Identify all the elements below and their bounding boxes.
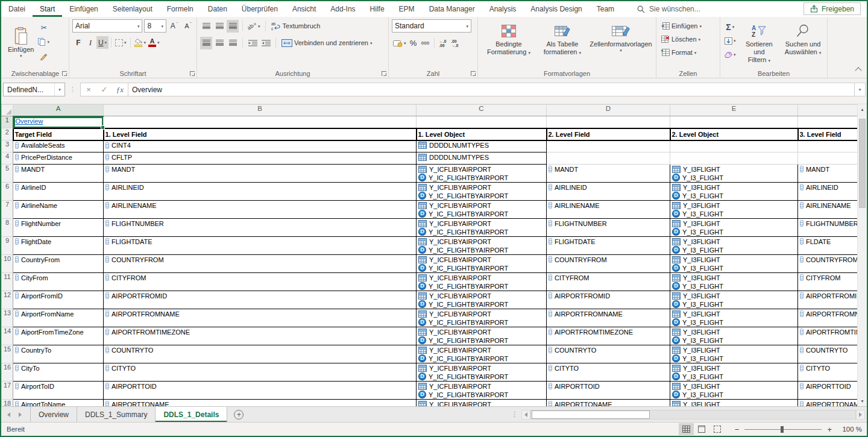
cell-C12[interactable]: Y_ICFLIBYAIRPORTY_IC_FLIGHTBYAIRPORT xyxy=(417,291,547,309)
horizontal-scrollbar[interactable] xyxy=(530,410,856,420)
row-header-1[interactable]: 1 xyxy=(2,116,13,128)
font-size-combo[interactable]: 8▾ xyxy=(144,19,166,33)
cell-C2[interactable]: 1. Level Object xyxy=(417,128,547,140)
cell-F15[interactable]: COUNTRYTO xyxy=(798,345,858,363)
cell-C6[interactable]: Y_ICFLIBYAIRPORTY_IC_FLIGHTBYAIRPORT xyxy=(417,183,547,201)
cell-C8[interactable]: Y_ICFLIBYAIRPORTY_IC_FLIGHTBYAIRPORT xyxy=(417,219,547,237)
cell-D13[interactable]: AIRPORTFROMNAME xyxy=(547,309,670,327)
column-header-E[interactable]: E xyxy=(670,105,798,116)
cell-D12[interactable]: AIRPORTFROMID xyxy=(547,291,670,309)
ribbon-tab-hilfe[interactable]: Hilfe xyxy=(363,1,392,17)
wrap-text-button[interactable]: abc Textumbruch xyxy=(269,19,322,33)
insert-cells-button[interactable]: Einfügen▾ xyxy=(659,19,717,33)
cell-styles-button[interactable]: Zellenformatvorlagen ▾ xyxy=(588,19,653,69)
cell-E7[interactable]: Y_I3FLIGHTY_I3_FLIGHT xyxy=(670,201,798,219)
cell-A9[interactable]: FlightDate xyxy=(13,237,104,255)
scroll-up-arrow[interactable]: ▴ xyxy=(858,105,867,114)
row-header-2[interactable]: 2 xyxy=(2,128,13,140)
cell-B5[interactable]: MANDT xyxy=(104,165,417,183)
cell-E6[interactable]: Y_I3FLIGHTY_I3_FLIGHT xyxy=(670,183,798,201)
horizontal-scroll-thumb[interactable] xyxy=(532,410,650,419)
increase-indent-button[interactable] xyxy=(260,37,272,49)
percent-style-button[interactable]: % xyxy=(407,37,420,49)
cell-C18[interactable]: Y_ICFLIBYAIRPORTY_IC_FLIGHTBYAIRPORT xyxy=(417,400,547,407)
orientation-button[interactable]: ab ▾ xyxy=(247,20,262,33)
cell-C7[interactable]: Y_ICFLIBYAIRPORTY_IC_FLIGHTBYAIRPORT xyxy=(417,201,547,219)
cell-D4[interactable] xyxy=(547,152,670,165)
ribbon-tab-add-ins[interactable]: Add-Ins xyxy=(323,1,362,17)
decrease-indent-button[interactable] xyxy=(247,37,259,49)
cell-C10[interactable]: Y_ICFLIBYAIRPORTY_IC_FLIGHTBYAIRPORT xyxy=(417,255,547,273)
cell-D10[interactable]: COUNTRYFROM xyxy=(547,255,670,273)
cell-E17[interactable]: Y_I3FLIGHTY_I3_FLIGHT xyxy=(670,382,798,400)
cell-B12[interactable]: AIRPORTFROMID xyxy=(104,291,417,309)
cell-D15[interactable]: COUNTRYTO xyxy=(547,345,670,363)
cell-E1[interactable] xyxy=(670,116,798,128)
fill-button[interactable]: ▾ xyxy=(723,34,737,47)
cell-A17[interactable]: AirportToID xyxy=(13,382,104,400)
row-header-10[interactable]: 10 xyxy=(2,255,13,273)
next-sheet-arrow[interactable] xyxy=(19,412,22,417)
cell-B3[interactable]: CINT4 xyxy=(104,140,417,152)
cell-D5[interactable]: MANDT xyxy=(547,165,670,183)
cancel-entry-button[interactable]: × xyxy=(81,83,96,96)
cell-C5[interactable]: Y_ICFLIBYAIRPORTY_IC_FLIGHTBYAIRPORT xyxy=(417,165,547,183)
cell-A8[interactable]: FlightNumber xyxy=(13,219,104,237)
number-format-combo[interactable]: Standard▾ xyxy=(392,19,471,33)
conditional-formatting-button[interactable]: Bedingte Formatierung ▾ xyxy=(481,19,536,69)
cell-B6[interactable]: AIRLINEID xyxy=(104,183,417,201)
cell-F8[interactable]: FLIGHTNUMBER xyxy=(798,219,858,237)
ribbon-tab-seitenlayout[interactable]: Seitenlayout xyxy=(105,1,160,17)
cell-E8[interactable]: Y_I3FLIGHTY_I3_FLIGHT xyxy=(670,219,798,237)
decrease-font-button[interactable]: Aˇ xyxy=(182,20,194,33)
cell-A18[interactable]: AirportToName xyxy=(13,400,104,407)
cell-E2[interactable]: 2. Level Object xyxy=(670,128,798,140)
formula-input[interactable]: Overview xyxy=(128,83,855,96)
cell-F3[interactable] xyxy=(798,140,858,152)
zoom-out-button[interactable]: − xyxy=(735,425,740,434)
borders-button[interactable]: ▾ xyxy=(114,36,128,49)
delete-cells-button[interactable]: Löschen▾ xyxy=(659,33,717,46)
cell-D2[interactable]: 2. Level Field xyxy=(547,128,670,140)
cell-B15[interactable]: COUNTRYTO xyxy=(104,345,417,363)
cell-D7[interactable]: AIRLINENAME xyxy=(547,201,670,219)
align-dialog-launcher[interactable] xyxy=(382,71,386,76)
cell-E13[interactable]: Y_I3FLIGHTY_I3_FLIGHT xyxy=(670,309,798,327)
ribbon-tab--berpr-fen[interactable]: Überprüfen xyxy=(234,1,285,17)
cell-C11[interactable]: Y_ICFLIBYAIRPORTY_IC_FLIGHTBYAIRPORT xyxy=(417,273,547,291)
ribbon-tab-epm[interactable]: EPM xyxy=(392,1,422,17)
cell-F5[interactable]: MANDT xyxy=(798,165,858,183)
cell-B14[interactable]: AIPORTFROMTIMEZONE xyxy=(104,327,417,345)
cell-B17[interactable]: AIRPORTTOID xyxy=(104,382,417,400)
cell-F4[interactable] xyxy=(798,152,858,165)
cell-B11[interactable]: CITYFROM xyxy=(104,273,417,291)
cell-A13[interactable]: AirportFromName xyxy=(13,309,104,327)
zoom-in-button[interactable]: + xyxy=(827,425,832,434)
ribbon-tab-ansicht[interactable]: Ansicht xyxy=(285,1,323,17)
increase-decimal-button[interactable]: ←.0.00 xyxy=(437,37,449,49)
row-header-6[interactable]: 6 xyxy=(2,183,13,201)
normal-view-button[interactable] xyxy=(679,423,694,435)
row-header-7[interactable]: 7 xyxy=(2,201,13,219)
cell-E4[interactable] xyxy=(670,152,798,165)
cell-C9[interactable]: Y_ICFLIBYAIRPORTY_IC_FLIGHTBYAIRPORT xyxy=(417,237,547,255)
ribbon-tab-analysis-design[interactable]: Analysis Design xyxy=(523,1,589,17)
hscroll-left-arrow[interactable] xyxy=(521,410,530,420)
bold-button[interactable]: F xyxy=(72,36,84,49)
align-bottom-button[interactable] xyxy=(227,20,239,33)
sheet-tab-ddls-1-details[interactable]: DDLS_1_Details xyxy=(156,407,227,422)
autosum-button[interactable]: Σ▾ xyxy=(723,20,737,33)
cell-B18[interactable]: AIRPORTTONAME xyxy=(104,400,417,407)
cell-F6[interactable]: AIRLINEID xyxy=(798,183,858,201)
find-select-button[interactable]: Suchen und Auswählen ▾ xyxy=(781,19,825,69)
scroll-down-arrow[interactable]: ▾ xyxy=(858,397,867,406)
row-header-9[interactable]: 9 xyxy=(2,237,13,255)
cell-F11[interactable]: CITYFROM xyxy=(798,273,858,291)
row-header-17[interactable]: 17 xyxy=(2,382,13,400)
hscroll-right-arrow[interactable] xyxy=(856,410,865,420)
copy-button[interactable]: ▾ xyxy=(37,36,51,48)
cell-F10[interactable]: COUNTRYFROM xyxy=(798,255,858,273)
prev-sheet-arrow[interactable] xyxy=(7,412,10,417)
zoom-level-label[interactable]: 100 % xyxy=(838,426,862,433)
cell-A16[interactable]: CityTo xyxy=(13,363,104,382)
